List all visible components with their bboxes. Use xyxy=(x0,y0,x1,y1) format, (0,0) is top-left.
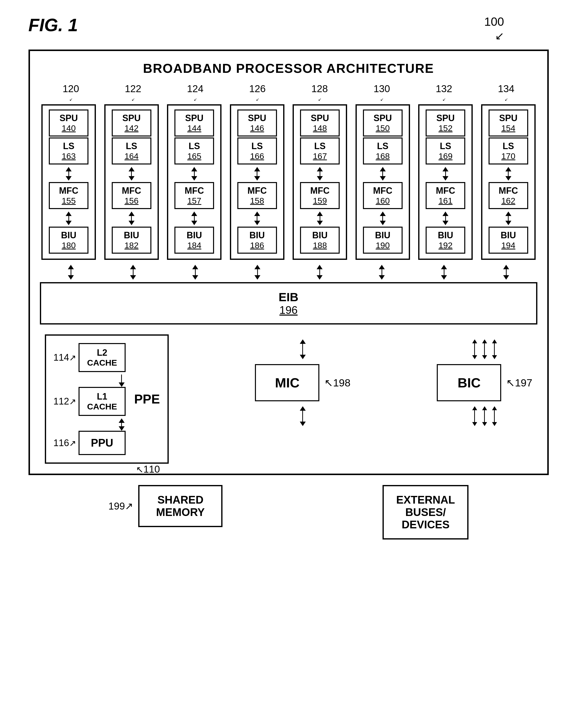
biu-eib-arrow-4 xyxy=(292,265,347,280)
eib-bic-arrow-1 xyxy=(472,339,477,359)
ppe-outer-box: PPE ↖110 114↗ L2 CACHE xyxy=(45,334,169,464)
biu-eib-arrow-6 xyxy=(417,265,471,280)
spu-unit-7: SPU 154 xyxy=(489,109,528,136)
spu-col-6: SPU 152 LS 169 MFC 161 BIU xyxy=(418,104,473,260)
bic-box: BIC xyxy=(437,364,501,401)
mic-box: MIC xyxy=(255,364,319,401)
col-label-134: 134 ↙ xyxy=(479,83,533,94)
arrow-7-mfc-biu xyxy=(505,211,512,225)
l2-cache-row: 114↗ L2 CACHE xyxy=(53,343,160,372)
ls-unit-4: LS 167 xyxy=(300,137,340,164)
arrow-4-ls-mfc xyxy=(317,167,323,181)
arrow-3-ls-mfc xyxy=(254,167,260,181)
mfc-unit-5: MFC 160 xyxy=(363,182,402,209)
spu-col-7: SPU 154 LS 170 MFC 162 BIU xyxy=(481,104,535,260)
biu-unit-5: BIU 190 xyxy=(363,227,402,254)
l1-cache-box: L1 CACHE xyxy=(79,387,126,416)
ls-unit-0: LS 163 xyxy=(49,137,88,164)
ls-unit-1: LS 164 xyxy=(112,137,151,164)
biu-unit-0: BIU 180 xyxy=(49,227,88,254)
arrow-3-mfc-biu xyxy=(254,211,260,225)
ppu-row: 116↗ PPU xyxy=(53,431,160,455)
ref-100: 100 xyxy=(484,15,504,28)
arrow-1-ls-mfc xyxy=(129,167,134,181)
mfc-unit-3: MFC 158 xyxy=(237,182,277,209)
eib-box: EIB 196 xyxy=(40,282,537,324)
spu-unit-2: SPU 144 xyxy=(175,109,214,136)
spu-unit-6: SPU 152 xyxy=(426,109,465,136)
eib-bic-arrow-2 xyxy=(482,339,487,359)
bic-section: BIC ↖197 xyxy=(437,334,532,426)
spu-unit-0: SPU 140 xyxy=(49,109,88,136)
mic-ref: ↖198 xyxy=(324,377,350,389)
ls-unit-6: LS 169 xyxy=(426,137,465,164)
below-main-section: 199↗ SHARED MEMORY EXTERNAL BUSES/ DEVIC… xyxy=(28,485,549,540)
ls-unit-3: LS 166 xyxy=(237,137,277,164)
bic-ext-arrow-1 xyxy=(472,406,477,426)
biu-eib-arrow-5 xyxy=(355,265,409,280)
l2-l1-arrow xyxy=(83,374,160,387)
biu-eib-arrow-7 xyxy=(479,265,533,280)
col-label-132: 132 ↙ xyxy=(417,83,471,94)
mfc-unit-0: MFC 155 xyxy=(49,182,88,209)
col-labels-row: 120 ↙ 122 ↙ 124 ↙ 126 ↙ 128 ↙ 130 ↙ 132 … xyxy=(40,83,537,94)
arrow-5-mfc-biu xyxy=(380,211,386,225)
spu-unit-4: SPU 148 xyxy=(300,109,340,136)
l2-cache-box: L2 CACHE xyxy=(79,343,126,372)
eib-bic-arrow-3 xyxy=(492,339,497,359)
spu-col-0: SPU 140 LS 163 MFC 155 BIU xyxy=(42,104,96,260)
mic-mem-arrow xyxy=(300,406,306,426)
ppe-label: PPE xyxy=(134,392,160,407)
spu-col-4: SPU 148 LS 167 MFC 159 BIU xyxy=(293,104,347,260)
arrow-0-mfc-biu xyxy=(65,211,72,225)
ppu-box: PPU xyxy=(79,431,126,455)
biu-to-eib-arrows xyxy=(40,265,537,280)
mfc-unit-2: MFC 157 xyxy=(175,182,214,209)
bottom-inside-section: PPE ↖110 114↗ L2 CACHE xyxy=(40,334,537,464)
ppe-eib-arrow xyxy=(300,339,306,359)
mfc-unit-4: MFC 159 xyxy=(300,182,340,209)
ls-unit-2: LS 165 xyxy=(175,137,214,164)
spu-col-1: SPU 142 LS 164 MFC 156 BIU xyxy=(104,104,159,260)
spu-unit-3: SPU 146 xyxy=(237,109,277,136)
biu-unit-4: BIU 188 xyxy=(300,227,340,254)
col-label-124: 124 ↙ xyxy=(168,83,222,94)
spu-col-2: SPU 144 LS 165 MFC 157 BIU xyxy=(167,104,221,260)
arrow-2-mfc-biu xyxy=(191,211,197,225)
arrow-7-ls-mfc xyxy=(505,167,512,181)
shared-mem-ref-row: 199↗ SHARED MEMORY xyxy=(108,485,223,527)
col-label-130: 130 ↙ xyxy=(355,83,409,94)
shared-mem-section: 199↗ SHARED MEMORY xyxy=(108,485,223,540)
arrow-6-mfc-biu xyxy=(443,211,448,225)
ext-bus-section: EXTERNAL BUSES/ DEVICES xyxy=(383,485,469,540)
ppu-ref: 116↗ xyxy=(53,438,76,448)
spu-unit-5: SPU 150 xyxy=(363,109,402,136)
bic-ext-arrows xyxy=(472,406,497,426)
figure-title: FIG. 1 xyxy=(28,15,78,35)
biu-unit-3: BIU 186 xyxy=(237,227,277,254)
mic-row: MIC ↖198 xyxy=(255,364,350,401)
l2-ref: 114↗ xyxy=(53,352,76,363)
spu-col-5: SPU 150 LS 168 MFC 160 BIU xyxy=(356,104,410,260)
ppe-ref: ↖110 xyxy=(136,464,160,475)
mfc-unit-1: MFC 156 xyxy=(112,182,151,209)
bic-ref: ↖197 xyxy=(506,377,532,389)
arrow-5-ls-mfc xyxy=(380,167,386,181)
mid-arrows: MIC ↖198 xyxy=(179,334,427,426)
col-label-120: 120 ↙ xyxy=(44,83,98,94)
ext-bus-box: EXTERNAL BUSES/ DEVICES xyxy=(383,485,469,540)
biu-unit-7: BIU 194 xyxy=(489,227,528,254)
diagram-title: BROADBAND PROCESSOR ARCHITECTURE xyxy=(40,61,537,76)
arrow-1-mfc-biu xyxy=(129,211,134,225)
shared-mem-ref: 199↗ xyxy=(108,500,134,512)
biu-unit-6: BIU 192 xyxy=(426,227,465,254)
shared-mem-box: SHARED MEMORY xyxy=(138,485,222,527)
arrow-4-mfc-biu xyxy=(317,211,323,225)
bic-row: BIC ↖197 xyxy=(437,364,532,401)
l1-ppu-arrow xyxy=(83,418,160,431)
eib-bic-arrows xyxy=(472,339,497,359)
biu-unit-1: BIU 182 xyxy=(112,227,151,254)
arrow-2-ls-mfc xyxy=(191,167,197,181)
ls-unit-5: LS 168 xyxy=(363,137,402,164)
biu-eib-arrow-1 xyxy=(106,265,160,280)
